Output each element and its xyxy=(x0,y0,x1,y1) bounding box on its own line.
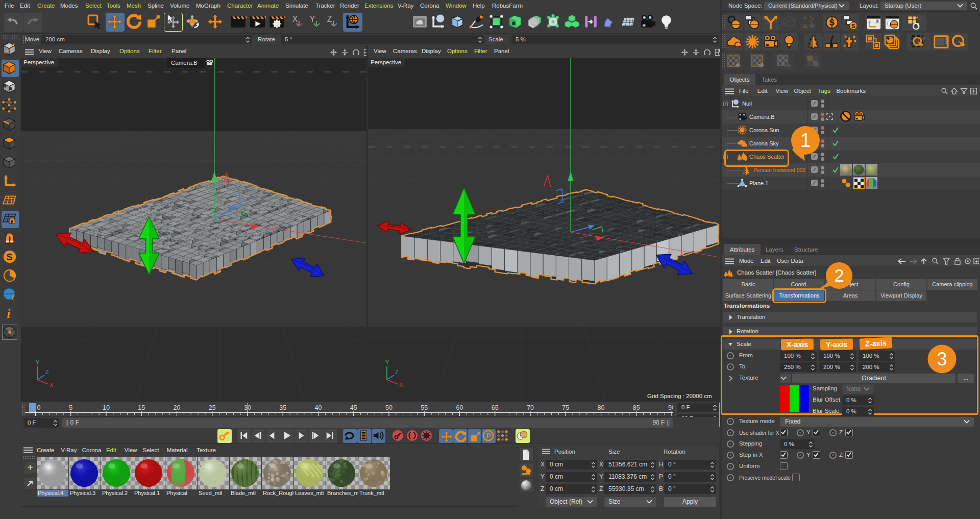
svg-text:75: 75 xyxy=(562,404,569,411)
svg-text:65: 65 xyxy=(492,404,499,411)
svg-text:0: 0 xyxy=(37,404,41,411)
svg-text:35: 35 xyxy=(279,404,286,411)
svg-text:15: 15 xyxy=(138,404,145,411)
svg-text:5: 5 xyxy=(69,404,72,411)
svg-text:45: 45 xyxy=(350,404,357,411)
svg-text:55: 55 xyxy=(421,404,428,411)
svg-text:Y: Y xyxy=(36,359,40,365)
svg-text:40: 40 xyxy=(315,404,322,411)
svg-text:2: 2 xyxy=(834,265,844,285)
svg-text:X: X xyxy=(292,15,298,23)
svg-text:60: 60 xyxy=(456,404,463,411)
svg-text:Y: Y xyxy=(310,15,315,23)
svg-text:10: 10 xyxy=(103,404,110,411)
svg-text:S: S xyxy=(6,252,12,262)
svg-text:S: S xyxy=(829,18,835,27)
svg-text:50: 50 xyxy=(385,404,393,411)
svg-text:i: i xyxy=(7,307,10,320)
svg-text:80: 80 xyxy=(598,404,605,411)
svg-text:20: 20 xyxy=(174,404,181,411)
svg-text:P: P xyxy=(486,432,491,439)
svg-text:3: 3 xyxy=(937,349,947,369)
svg-text:90: 90 xyxy=(668,404,673,411)
svg-text:X: X xyxy=(399,382,403,388)
svg-text:Y: Y xyxy=(385,359,389,365)
svg-text:70: 70 xyxy=(527,404,534,411)
svg-text:1: 1 xyxy=(800,130,811,151)
svg-text:Z: Z xyxy=(45,369,49,375)
svg-text:X: X xyxy=(50,382,54,388)
svg-text:85: 85 xyxy=(633,404,640,411)
svg-text:S: S xyxy=(851,23,855,29)
svg-text:Z: Z xyxy=(327,15,332,23)
svg-text:25: 25 xyxy=(209,404,216,411)
svg-text:Z: Z xyxy=(395,369,399,375)
